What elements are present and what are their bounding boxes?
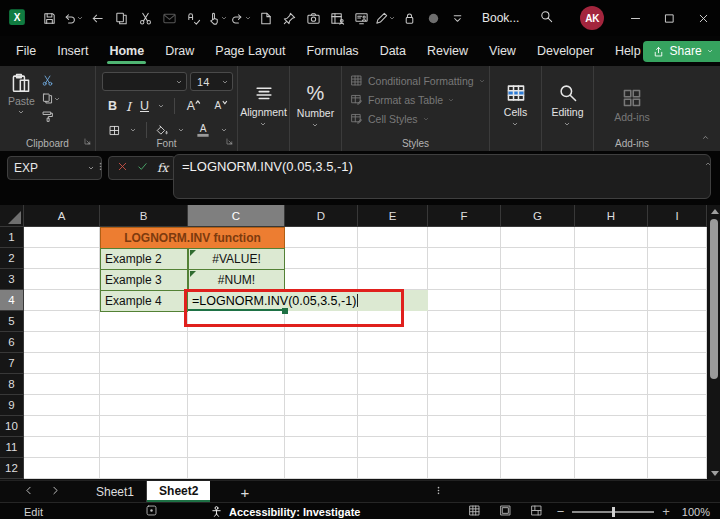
- cell-B2[interactable]: Example 2: [100, 248, 188, 270]
- shrink-font-button[interactable]: A: [211, 97, 229, 115]
- menu-insert[interactable]: Insert: [55, 40, 90, 62]
- row-header-2[interactable]: 2: [0, 248, 24, 269]
- column-header-I[interactable]: I: [648, 205, 707, 227]
- cell-styles-button[interactable]: Cell Styles: [350, 112, 489, 125]
- vertical-scrollbar[interactable]: [708, 205, 720, 480]
- grow-font-button[interactable]: A: [184, 97, 202, 115]
- cells-button[interactable]: Cells: [490, 66, 541, 140]
- sheet-options-button[interactable]: [432, 484, 445, 500]
- row-header-9[interactable]: 9: [0, 395, 24, 416]
- row-header-8[interactable]: 8: [0, 374, 24, 395]
- share-button[interactable]: Share: [643, 41, 720, 62]
- menu-home[interactable]: Home: [107, 40, 146, 62]
- menu-view[interactable]: View: [487, 40, 518, 62]
- cell-C2[interactable]: #VALUE!: [188, 248, 285, 270]
- cell-B1[interactable]: LOGNORM.INV function: [100, 227, 285, 249]
- collapse-formula-bar-button[interactable]: [705, 157, 712, 171]
- column-header-D[interactable]: D: [285, 205, 358, 227]
- cut-button[interactable]: [134, 5, 156, 31]
- menu-page-layout[interactable]: Page Layout: [213, 40, 287, 62]
- menu-help[interactable]: Help: [613, 40, 643, 62]
- camera-button[interactable]: [302, 5, 324, 31]
- format-as-table-button[interactable]: Format as Table: [350, 93, 489, 106]
- insert-function-button[interactable]: fx: [157, 161, 168, 175]
- scroll-down-arrow[interactable]: [711, 471, 719, 476]
- mail-button[interactable]: [158, 5, 180, 31]
- menu-review[interactable]: Review: [425, 40, 470, 62]
- row-header-4[interactable]: 4: [0, 290, 24, 311]
- back-button[interactable]: [86, 5, 108, 31]
- sheet-tab-sheet2[interactable]: Sheet2: [147, 481, 210, 503]
- zoom-slider-thumb[interactable]: [612, 507, 615, 517]
- italic-button[interactable]: I: [126, 99, 131, 114]
- confirm-entry-button[interactable]: [136, 160, 149, 176]
- presenter-button[interactable]: [350, 5, 372, 31]
- paste-button[interactable]: Paste: [8, 72, 35, 123]
- cell-B3[interactable]: Example 3: [100, 269, 188, 291]
- redo-button[interactable]: [230, 5, 252, 31]
- copy-button[interactable]: [41, 92, 61, 105]
- table-properties-button[interactable]: [326, 5, 348, 31]
- fill-color-button[interactable]: [156, 124, 169, 137]
- formula-input[interactable]: =LOGNORM.INV(0.05,3.5,-1): [173, 154, 711, 199]
- font-name-select[interactable]: [102, 72, 187, 91]
- touch-button[interactable]: [206, 5, 228, 31]
- font-size-select[interactable]: 14: [190, 72, 233, 91]
- row-header-7[interactable]: 7: [0, 353, 24, 374]
- menu-draw[interactable]: Draw: [163, 40, 196, 62]
- editing-button[interactable]: Editing: [542, 66, 593, 140]
- row-header-11[interactable]: 11: [0, 437, 24, 458]
- maximize-button[interactable]: [652, 0, 686, 36]
- search-button[interactable]: [539, 9, 554, 27]
- draw-pen-button[interactable]: [374, 5, 396, 31]
- format-painter-button[interactable]: [41, 110, 61, 123]
- row-header-10[interactable]: 10: [0, 416, 24, 437]
- number-button[interactable]: % Number: [290, 66, 341, 140]
- column-header-F[interactable]: F: [428, 205, 501, 227]
- column-header-C[interactable]: C: [188, 205, 285, 227]
- toolbar-overflow-button[interactable]: [446, 5, 468, 31]
- lock-button[interactable]: [398, 5, 420, 31]
- next-sheet-button[interactable]: [49, 484, 62, 500]
- column-header-H[interactable]: H: [575, 205, 648, 227]
- addins-button[interactable]: Add-ins: [594, 66, 670, 140]
- formula-bar-drag-handle[interactable]: [94, 160, 107, 176]
- cut-button[interactable]: [41, 74, 61, 87]
- zoom-out-button[interactable]: −: [557, 504, 565, 519]
- font-color-button[interactable]: A: [194, 121, 212, 139]
- zoom-slider[interactable]: [572, 506, 654, 518]
- cell-C3[interactable]: #NUM!: [188, 269, 285, 291]
- column-header-A[interactable]: A: [24, 205, 100, 227]
- row-header-6[interactable]: 6: [0, 332, 24, 353]
- font-dialog-launcher[interactable]: [225, 135, 234, 149]
- clipboard-dialog-launcher[interactable]: [83, 135, 92, 149]
- select-all-corner[interactable]: [0, 205, 24, 227]
- menu-data[interactable]: Data: [378, 40, 408, 62]
- vertical-scroll-thumb[interactable]: [710, 219, 718, 379]
- underline-button[interactable]: U: [140, 99, 149, 113]
- page-break-view-button[interactable]: [530, 504, 543, 519]
- close-button[interactable]: [686, 0, 720, 36]
- name-box[interactable]: EXP: [7, 156, 102, 180]
- cell-C4[interactable]: =LOGNORM.INV(0.05,3.5,-1): [188, 290, 428, 311]
- row-header-5[interactable]: 5: [0, 311, 24, 332]
- column-header-E[interactable]: E: [358, 205, 428, 227]
- copy-button[interactable]: [110, 5, 132, 31]
- menu-formulas[interactable]: Formulas: [305, 40, 361, 62]
- macro-record-button[interactable]: [145, 504, 158, 519]
- collapse-ribbon-button[interactable]: [701, 131, 710, 145]
- row-header-3[interactable]: 3: [0, 269, 24, 290]
- cell-B4[interactable]: Example 4: [100, 290, 188, 312]
- previous-sheet-button[interactable]: [22, 484, 35, 500]
- cancel-entry-button[interactable]: [116, 160, 129, 176]
- new-file-button[interactable]: [254, 5, 276, 31]
- save-button[interactable]: [38, 5, 60, 31]
- add-sheet-button[interactable]: +: [240, 484, 249, 501]
- zoom-in-button[interactable]: +: [662, 504, 670, 519]
- menu-file[interactable]: File: [14, 40, 38, 62]
- row-header-12[interactable]: 12: [0, 458, 24, 479]
- column-header-G[interactable]: G: [501, 205, 575, 227]
- conditional-formatting-button[interactable]: Conditional Formatting: [350, 74, 489, 87]
- column-header-B[interactable]: B: [100, 205, 188, 227]
- menu-developer[interactable]: Developer: [535, 40, 596, 62]
